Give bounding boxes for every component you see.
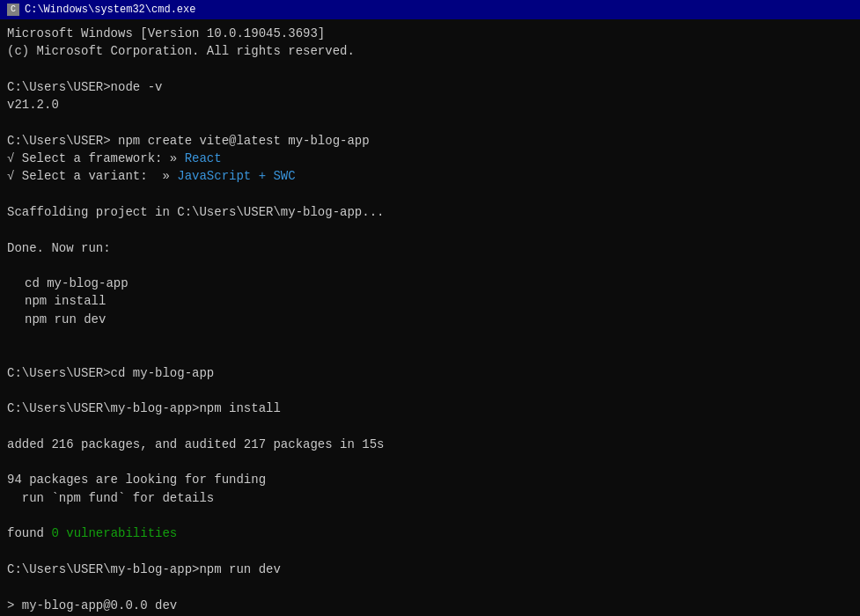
line-blank-12 — [7, 543, 853, 561]
line-cd: cd my-blog-app — [7, 275, 853, 292]
line-npm-install-cmd: C:\Users\USER\my-blog-app>npm install — [7, 400, 853, 417]
line-npm-run-dev-hint: npm run dev — [7, 311, 853, 328]
line-blank-5 — [7, 257, 853, 275]
line-blank-10 — [7, 453, 853, 471]
line-variant: √ Select a variant: » JavaScript + SWC — [7, 167, 853, 185]
line-npm-install-hint: npm install — [7, 292, 853, 310]
line-node-cmd: C:\Users\USER>node -v — [7, 78, 853, 96]
line-funding-run: run `npm fund` for details — [7, 489, 853, 507]
line-win-version: Microsoft Windows [Version 10.0.19045.36… — [7, 25, 853, 42]
line-blank-1 — [7, 61, 853, 78]
line-funding: 94 packages are looking for funding — [7, 471, 853, 488]
line-dev-script: > my-blog-app@0.0.0 dev — [7, 597, 853, 614]
title-bar-text: C:\Windows\system32\cmd.exe — [25, 4, 195, 16]
line-blank-13 — [7, 578, 853, 596]
line-copyright: (c) Microsoft Corporation. All rights re… — [7, 42, 853, 60]
line-scaffolding: Scaffolding project in C:\Users\USER\my-… — [7, 203, 853, 221]
title-bar: C C:\Windows\system32\cmd.exe — [0, 0, 860, 19]
cmd-icon: C — [7, 4, 19, 16]
line-vulnerabilities: found 0 vulnerabilities — [7, 524, 853, 542]
line-npm-run-dev-cmd: C:\Users\USER\my-blog-app>npm run dev — [7, 561, 853, 578]
line-blank-7 — [7, 346, 853, 363]
terminal-window[interactable]: Microsoft Windows [Version 10.0.19045.36… — [0, 19, 860, 616]
line-blank-8 — [7, 382, 853, 400]
variant-value: JavaScript + SWC — [177, 169, 295, 183]
line-blank-11 — [7, 507, 853, 524]
line-blank-6 — [7, 328, 853, 346]
line-packages-added: added 216 packages, and audited 217 pack… — [7, 436, 853, 453]
vuln-count: 0 vulnerabilities — [51, 526, 177, 540]
line-blank-3 — [7, 186, 853, 203]
framework-value: React — [185, 151, 222, 165]
line-blank-9 — [7, 418, 853, 436]
line-blank-4 — [7, 221, 853, 238]
line-framework: √ Select a framework: » React — [7, 150, 853, 167]
line-node-version: v21.2.0 — [7, 96, 853, 114]
line-npm-create: C:\Users\USER> npm create vite@latest my… — [7, 132, 853, 150]
line-done: Done. Now run: — [7, 239, 853, 257]
line-blank-2 — [7, 114, 853, 131]
line-cd-cmd: C:\Users\USER>cd my-blog-app — [7, 364, 853, 382]
